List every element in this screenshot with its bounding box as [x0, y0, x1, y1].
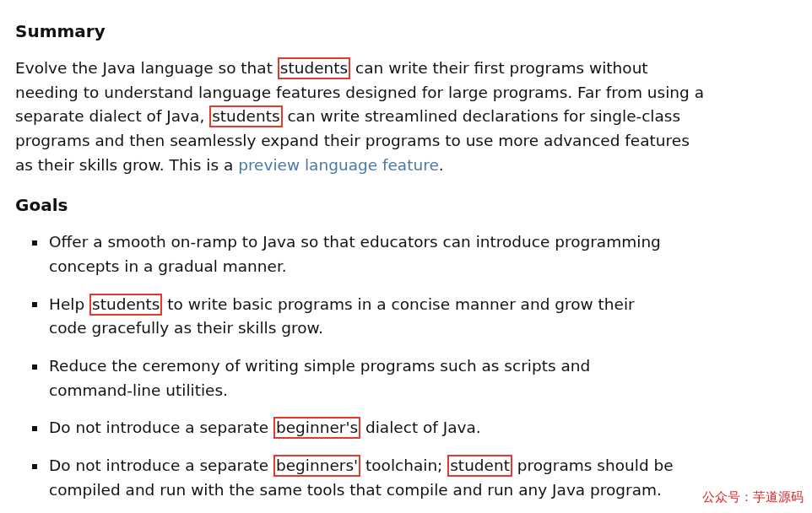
- highlight-students: students: [278, 57, 350, 79]
- goals-list: Offer a smooth on-ramp to Java so that e…: [15, 230, 674, 502]
- list-item: Offer a smooth on-ramp to Java so that e…: [49, 230, 674, 278]
- summary-text: .: [439, 156, 444, 174]
- goals-heading: Goals: [15, 192, 797, 219]
- highlight-beginners: beginner's: [273, 417, 360, 439]
- highlight-beginners: beginners': [273, 455, 360, 477]
- list-item: Do not introduce a separate beginners' t…: [49, 454, 674, 502]
- summary-paragraph: Evolve the Java language so that student…: [15, 57, 707, 177]
- goal-text: Do not introduce a separate: [49, 418, 273, 436]
- goal-text: dialect of Java.: [360, 418, 481, 436]
- summary-text: Evolve the Java language so that: [15, 59, 278, 77]
- list-item: Do not introduce a separate beginner's d…: [49, 416, 674, 440]
- goal-text: Reduce the ceremony of writing simple pr…: [49, 357, 590, 399]
- goal-text: Offer a smooth on-ramp to Java so that e…: [49, 233, 661, 275]
- highlight-students: students: [89, 294, 162, 316]
- document-page: Summary Evolve the Java language so that…: [0, 0, 812, 513]
- list-item: Help students to write basic programs in…: [49, 293, 674, 341]
- goal-text: toolchain;: [360, 456, 447, 474]
- goal-text: Do not introduce a separate: [49, 456, 273, 474]
- highlight-student: student: [447, 455, 512, 477]
- goal-text: Help: [49, 295, 89, 313]
- preview-feature-link[interactable]: preview language feature: [238, 156, 439, 174]
- highlight-students: students: [209, 105, 282, 127]
- summary-heading: Summary: [15, 19, 797, 45]
- list-item: Reduce the ceremony of writing simple pr…: [49, 354, 674, 402]
- watermark-text: 公众号：芋道源码: [702, 487, 804, 506]
